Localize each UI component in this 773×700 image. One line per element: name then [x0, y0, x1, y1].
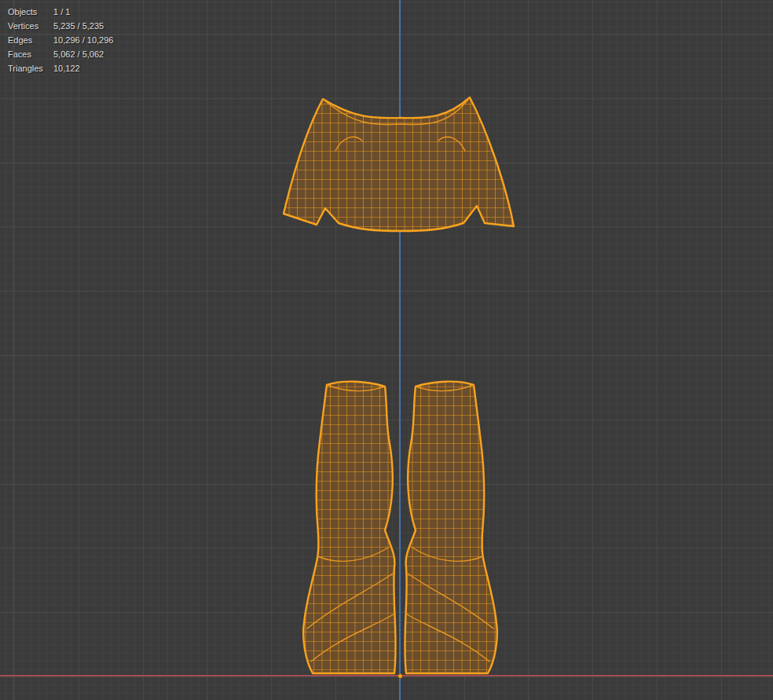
mesh-boot-left[interactable] [303, 382, 396, 673]
stat-label: Triangles [8, 61, 53, 75]
stat-value: 10,122 [53, 61, 113, 75]
stat-label: Vertices [8, 19, 53, 33]
object-origin-dot[interactable] [397, 673, 403, 679]
stat-label: Edges [8, 33, 53, 47]
stat-value: 10,296 / 10,296 [53, 33, 113, 47]
stat-value: 1 / 1 [53, 5, 113, 19]
wireframe-mesh-layer [0, 0, 773, 700]
stat-value: 5,062 / 5,062 [53, 47, 113, 61]
stat-label: Faces [8, 47, 53, 61]
viewport-canvas[interactable]: Objects 1 / 1 Vertices 5,235 / 5,235 Edg… [0, 0, 773, 700]
stat-value: 5,235 / 5,235 [53, 19, 113, 33]
mesh-boot-right[interactable] [405, 382, 497, 673]
mesh-crop-top[interactable] [284, 97, 514, 231]
statistics-overlay: Objects 1 / 1 Vertices 5,235 / 5,235 Edg… [8, 5, 113, 75]
stat-label: Objects [8, 5, 53, 19]
